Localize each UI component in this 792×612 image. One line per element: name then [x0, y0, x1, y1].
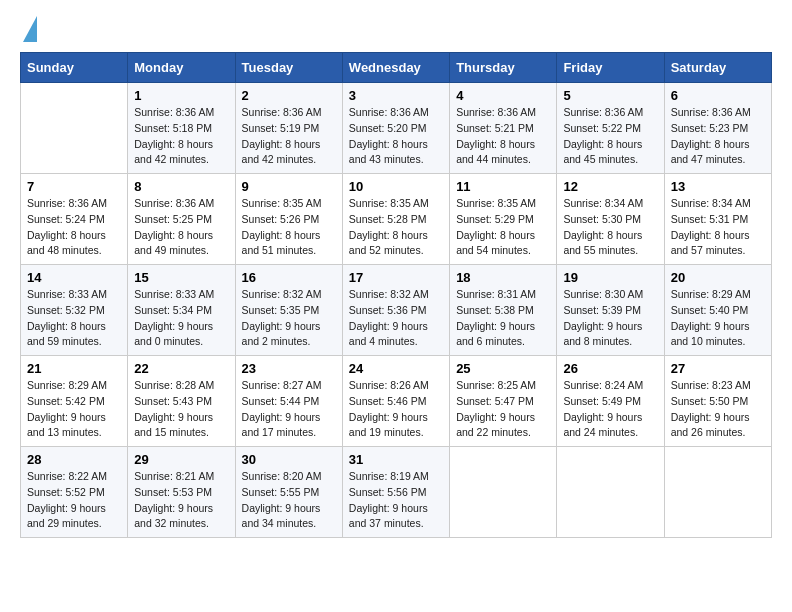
day-number: 22 [134, 361, 228, 376]
col-header-sunday: Sunday [21, 53, 128, 83]
day-cell [557, 447, 664, 538]
day-cell: 31Sunrise: 8:19 AMSunset: 5:56 PMDayligh… [342, 447, 449, 538]
day-info: Sunrise: 8:28 AMSunset: 5:43 PMDaylight:… [134, 378, 228, 441]
day-cell: 2Sunrise: 8:36 AMSunset: 5:19 PMDaylight… [235, 83, 342, 174]
day-cell: 18Sunrise: 8:31 AMSunset: 5:38 PMDayligh… [450, 265, 557, 356]
day-info: Sunrise: 8:25 AMSunset: 5:47 PMDaylight:… [456, 378, 550, 441]
day-number: 12 [563, 179, 657, 194]
day-cell: 26Sunrise: 8:24 AMSunset: 5:49 PMDayligh… [557, 356, 664, 447]
day-number: 16 [242, 270, 336, 285]
day-cell: 23Sunrise: 8:27 AMSunset: 5:44 PMDayligh… [235, 356, 342, 447]
day-number: 4 [456, 88, 550, 103]
day-number: 18 [456, 270, 550, 285]
col-header-tuesday: Tuesday [235, 53, 342, 83]
day-number: 15 [134, 270, 228, 285]
day-cell: 19Sunrise: 8:30 AMSunset: 5:39 PMDayligh… [557, 265, 664, 356]
day-cell: 4Sunrise: 8:36 AMSunset: 5:21 PMDaylight… [450, 83, 557, 174]
day-cell: 29Sunrise: 8:21 AMSunset: 5:53 PMDayligh… [128, 447, 235, 538]
day-number: 24 [349, 361, 443, 376]
day-cell: 17Sunrise: 8:32 AMSunset: 5:36 PMDayligh… [342, 265, 449, 356]
day-info: Sunrise: 8:35 AMSunset: 5:29 PMDaylight:… [456, 196, 550, 259]
day-info: Sunrise: 8:36 AMSunset: 5:23 PMDaylight:… [671, 105, 765, 168]
day-info: Sunrise: 8:22 AMSunset: 5:52 PMDaylight:… [27, 469, 121, 532]
day-number: 17 [349, 270, 443, 285]
day-info: Sunrise: 8:36 AMSunset: 5:24 PMDaylight:… [27, 196, 121, 259]
day-info: Sunrise: 8:27 AMSunset: 5:44 PMDaylight:… [242, 378, 336, 441]
day-cell: 25Sunrise: 8:25 AMSunset: 5:47 PMDayligh… [450, 356, 557, 447]
col-header-thursday: Thursday [450, 53, 557, 83]
day-number: 5 [563, 88, 657, 103]
col-header-friday: Friday [557, 53, 664, 83]
day-cell [21, 83, 128, 174]
day-info: Sunrise: 8:36 AMSunset: 5:21 PMDaylight:… [456, 105, 550, 168]
day-number: 14 [27, 270, 121, 285]
calendar-table: SundayMondayTuesdayWednesdayThursdayFrid… [20, 52, 772, 538]
day-number: 27 [671, 361, 765, 376]
day-cell: 22Sunrise: 8:28 AMSunset: 5:43 PMDayligh… [128, 356, 235, 447]
day-info: Sunrise: 8:32 AMSunset: 5:35 PMDaylight:… [242, 287, 336, 350]
col-header-monday: Monday [128, 53, 235, 83]
day-cell: 12Sunrise: 8:34 AMSunset: 5:30 PMDayligh… [557, 174, 664, 265]
week-row-1: 1Sunrise: 8:36 AMSunset: 5:18 PMDaylight… [21, 83, 772, 174]
day-cell: 28Sunrise: 8:22 AMSunset: 5:52 PMDayligh… [21, 447, 128, 538]
day-cell: 13Sunrise: 8:34 AMSunset: 5:31 PMDayligh… [664, 174, 771, 265]
day-info: Sunrise: 8:36 AMSunset: 5:22 PMDaylight:… [563, 105, 657, 168]
day-info: Sunrise: 8:34 AMSunset: 5:31 PMDaylight:… [671, 196, 765, 259]
day-cell: 14Sunrise: 8:33 AMSunset: 5:32 PMDayligh… [21, 265, 128, 356]
day-number: 20 [671, 270, 765, 285]
day-number: 8 [134, 179, 228, 194]
day-number: 10 [349, 179, 443, 194]
day-info: Sunrise: 8:20 AMSunset: 5:55 PMDaylight:… [242, 469, 336, 532]
day-info: Sunrise: 8:33 AMSunset: 5:34 PMDaylight:… [134, 287, 228, 350]
day-info: Sunrise: 8:19 AMSunset: 5:56 PMDaylight:… [349, 469, 443, 532]
day-info: Sunrise: 8:35 AMSunset: 5:26 PMDaylight:… [242, 196, 336, 259]
day-cell: 21Sunrise: 8:29 AMSunset: 5:42 PMDayligh… [21, 356, 128, 447]
day-number: 9 [242, 179, 336, 194]
day-number: 26 [563, 361, 657, 376]
day-cell: 3Sunrise: 8:36 AMSunset: 5:20 PMDaylight… [342, 83, 449, 174]
day-number: 2 [242, 88, 336, 103]
day-info: Sunrise: 8:31 AMSunset: 5:38 PMDaylight:… [456, 287, 550, 350]
day-info: Sunrise: 8:36 AMSunset: 5:18 PMDaylight:… [134, 105, 228, 168]
day-info: Sunrise: 8:23 AMSunset: 5:50 PMDaylight:… [671, 378, 765, 441]
day-cell [664, 447, 771, 538]
day-number: 28 [27, 452, 121, 467]
day-info: Sunrise: 8:29 AMSunset: 5:42 PMDaylight:… [27, 378, 121, 441]
col-header-wednesday: Wednesday [342, 53, 449, 83]
calendar-header-row: SundayMondayTuesdayWednesdayThursdayFrid… [21, 53, 772, 83]
day-info: Sunrise: 8:34 AMSunset: 5:30 PMDaylight:… [563, 196, 657, 259]
week-row-3: 14Sunrise: 8:33 AMSunset: 5:32 PMDayligh… [21, 265, 772, 356]
day-info: Sunrise: 8:26 AMSunset: 5:46 PMDaylight:… [349, 378, 443, 441]
day-info: Sunrise: 8:36 AMSunset: 5:19 PMDaylight:… [242, 105, 336, 168]
logo-icon [23, 16, 37, 42]
day-number: 31 [349, 452, 443, 467]
day-cell: 30Sunrise: 8:20 AMSunset: 5:55 PMDayligh… [235, 447, 342, 538]
day-number: 25 [456, 361, 550, 376]
col-header-saturday: Saturday [664, 53, 771, 83]
day-info: Sunrise: 8:29 AMSunset: 5:40 PMDaylight:… [671, 287, 765, 350]
day-cell: 5Sunrise: 8:36 AMSunset: 5:22 PMDaylight… [557, 83, 664, 174]
day-cell: 8Sunrise: 8:36 AMSunset: 5:25 PMDaylight… [128, 174, 235, 265]
day-cell: 10Sunrise: 8:35 AMSunset: 5:28 PMDayligh… [342, 174, 449, 265]
day-info: Sunrise: 8:24 AMSunset: 5:49 PMDaylight:… [563, 378, 657, 441]
day-number: 3 [349, 88, 443, 103]
day-number: 21 [27, 361, 121, 376]
day-info: Sunrise: 8:36 AMSunset: 5:25 PMDaylight:… [134, 196, 228, 259]
day-cell: 1Sunrise: 8:36 AMSunset: 5:18 PMDaylight… [128, 83, 235, 174]
week-row-4: 21Sunrise: 8:29 AMSunset: 5:42 PMDayligh… [21, 356, 772, 447]
day-cell: 15Sunrise: 8:33 AMSunset: 5:34 PMDayligh… [128, 265, 235, 356]
day-number: 29 [134, 452, 228, 467]
day-cell: 11Sunrise: 8:35 AMSunset: 5:29 PMDayligh… [450, 174, 557, 265]
week-row-2: 7Sunrise: 8:36 AMSunset: 5:24 PMDaylight… [21, 174, 772, 265]
day-cell: 16Sunrise: 8:32 AMSunset: 5:35 PMDayligh… [235, 265, 342, 356]
day-info: Sunrise: 8:30 AMSunset: 5:39 PMDaylight:… [563, 287, 657, 350]
day-number: 13 [671, 179, 765, 194]
day-cell: 20Sunrise: 8:29 AMSunset: 5:40 PMDayligh… [664, 265, 771, 356]
logo [20, 20, 37, 42]
day-cell [450, 447, 557, 538]
day-number: 1 [134, 88, 228, 103]
day-info: Sunrise: 8:33 AMSunset: 5:32 PMDaylight:… [27, 287, 121, 350]
week-row-5: 28Sunrise: 8:22 AMSunset: 5:52 PMDayligh… [21, 447, 772, 538]
day-cell: 24Sunrise: 8:26 AMSunset: 5:46 PMDayligh… [342, 356, 449, 447]
day-cell: 27Sunrise: 8:23 AMSunset: 5:50 PMDayligh… [664, 356, 771, 447]
